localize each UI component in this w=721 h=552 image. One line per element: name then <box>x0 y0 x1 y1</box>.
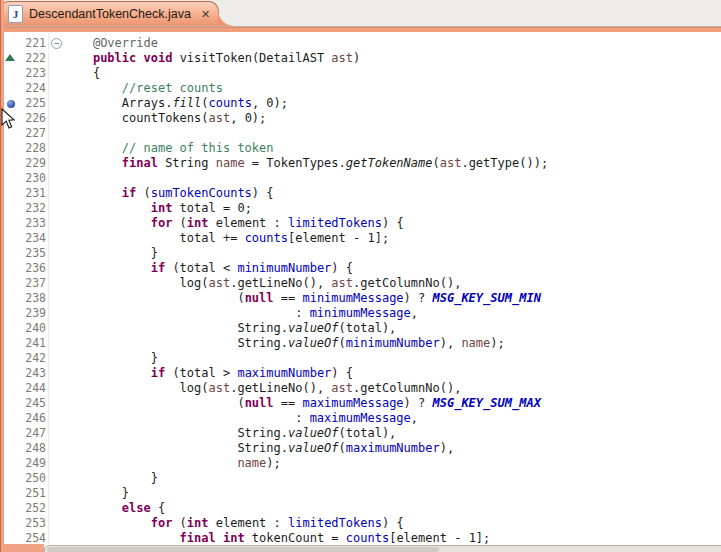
gutter-annotation[interactable] <box>4 426 18 441</box>
code-text[interactable]: int total = 0; <box>64 201 721 216</box>
code-text[interactable]: String.valueOf(minimumNumber), name); <box>64 336 721 351</box>
horizontal-scrollbar[interactable] <box>44 545 721 552</box>
code-text[interactable]: // name of this token <box>64 141 721 156</box>
gutter-annotation[interactable] <box>4 96 18 111</box>
code-text[interactable]: (null == minimumMessage) ? MSG_KEY_SUM_M… <box>64 291 721 306</box>
code-text[interactable]: (null == maximumMessage) ? MSG_KEY_SUM_M… <box>64 396 721 411</box>
code-text[interactable]: for (int element : limitedTokens) { <box>64 516 721 531</box>
code-line-253: 253 for (int element : limitedTokens) { <box>4 516 721 531</box>
gutter-annotation[interactable] <box>4 441 18 456</box>
code-text[interactable]: : maximumMessage, <box>64 411 721 426</box>
code-line-243: 243 if (total > maximumNumber) { <box>4 366 721 381</box>
horizontal-scrollbar-thumb[interactable] <box>47 547 439 552</box>
gutter-annotation[interactable] <box>4 126 18 141</box>
gutter-annotation[interactable] <box>4 306 18 321</box>
code-text[interactable]: if (total < minimumNumber) { <box>64 261 721 276</box>
line-number: 247 <box>18 426 46 441</box>
code-text[interactable]: String.valueOf(total), <box>64 321 721 336</box>
code-text[interactable]: else { <box>64 501 721 516</box>
code-text[interactable]: : minimumMessage, <box>64 306 721 321</box>
code-text[interactable]: } <box>64 471 721 486</box>
code-text[interactable]: name); <box>64 456 721 471</box>
code-text[interactable]: log(ast.getLineNo(), ast.getColumnNo(), <box>64 276 721 291</box>
gutter-annotation[interactable] <box>4 501 18 516</box>
gutter-annotation[interactable] <box>4 156 18 171</box>
code-text[interactable]: //reset counts <box>64 81 721 96</box>
code-text[interactable]: } <box>64 486 721 501</box>
code-text[interactable]: String.valueOf(total), <box>64 426 721 441</box>
line-number: 253 <box>18 516 46 531</box>
code-line-252: 252 else { <box>4 501 721 516</box>
code-text[interactable]: total += counts[element - 1]; <box>64 231 721 246</box>
code-editor[interactable]: 220221− @Override222 public void visitTo… <box>4 31 721 552</box>
code-text[interactable]: if (sumTokenCounts) { <box>64 186 721 201</box>
code-line-248: 248 String.valueOf(maximumNumber), <box>4 441 721 456</box>
tab-descendanttokencheck[interactable]: J DescendantTokenCheck.java ✕ <box>1 1 219 26</box>
gutter-annotation[interactable] <box>4 471 18 486</box>
gutter-annotation[interactable] <box>4 261 18 276</box>
code-text[interactable]: Arrays.fill(counts, 0); <box>64 96 721 111</box>
gutter-annotation[interactable] <box>4 336 18 351</box>
gutter-annotation[interactable] <box>4 456 18 471</box>
code-line-245: 245 (null == maximumMessage) ? MSG_KEY_S… <box>4 396 721 411</box>
code-line-221: 221− @Override <box>4 36 721 51</box>
line-number: 248 <box>18 441 46 456</box>
fold-column <box>48 276 64 291</box>
gutter-annotation[interactable] <box>4 51 18 66</box>
code-line-235: 235 } <box>4 246 721 261</box>
gutter-annotation[interactable] <box>4 366 18 381</box>
code-text[interactable]: final String name = TokenTypes.getTokenN… <box>64 156 721 171</box>
gutter-annotation[interactable] <box>4 141 18 156</box>
gutter-annotation[interactable] <box>4 171 18 186</box>
tab-close-icon[interactable]: ✕ <box>201 9 210 20</box>
breakpoint-icon[interactable] <box>7 100 15 108</box>
collapse-icon[interactable]: − <box>51 38 62 49</box>
fold-column <box>48 321 64 336</box>
gutter-annotation[interactable] <box>4 411 18 426</box>
code-line-229: 229 final String name = TokenTypes.getTo… <box>4 156 721 171</box>
fold-column <box>48 486 64 501</box>
code-text[interactable]: final int tokenCount = counts[element - … <box>64 531 721 546</box>
fold-column <box>48 501 64 516</box>
fold-column <box>48 66 64 81</box>
code-text[interactable] <box>64 126 721 141</box>
gutter-annotation[interactable] <box>4 186 18 201</box>
gutter-annotation[interactable] <box>4 516 18 531</box>
code-text[interactable]: log(ast.getLineNo(), ast.getColumnNo(), <box>64 381 721 396</box>
code-line-230: 230 <box>4 171 721 186</box>
fold-column <box>48 111 64 126</box>
gutter-annotation[interactable] <box>4 201 18 216</box>
gutter-annotation[interactable] <box>4 381 18 396</box>
code-text[interactable]: } <box>64 246 721 261</box>
code-text[interactable]: public void visitToken(DetailAST ast) <box>64 51 721 66</box>
gutter-annotation[interactable] <box>4 291 18 306</box>
code-text[interactable] <box>64 171 721 186</box>
code-text[interactable]: countTokens(ast, 0); <box>64 111 721 126</box>
gutter-annotation[interactable] <box>4 246 18 261</box>
code-text[interactable]: if (total > maximumNumber) { <box>64 366 721 381</box>
line-number: 233 <box>18 216 46 231</box>
gutter-annotation[interactable] <box>4 111 18 126</box>
editor-tab-bar: J DescendantTokenCheck.java ✕ <box>0 0 721 27</box>
line-number: 245 <box>18 396 46 411</box>
line-number: 246 <box>18 411 46 426</box>
gutter-annotation[interactable] <box>4 276 18 291</box>
gutter-annotation[interactable] <box>4 81 18 96</box>
code-text[interactable]: @Override <box>64 36 721 51</box>
code-text[interactable]: { <box>64 66 721 81</box>
gutter-annotation[interactable] <box>4 36 18 51</box>
gutter-annotation[interactable] <box>4 396 18 411</box>
gutter-annotation[interactable] <box>4 351 18 366</box>
code-text[interactable]: } <box>64 351 721 366</box>
gutter-annotation[interactable] <box>4 231 18 246</box>
code-line-234: 234 total += counts[element - 1]; <box>4 231 721 246</box>
gutter-annotation[interactable] <box>4 321 18 336</box>
code-line-254: 254 final int tokenCount = counts[elemen… <box>4 531 721 546</box>
gutter-annotation[interactable] <box>4 486 18 501</box>
fold-column <box>48 336 64 351</box>
code-text[interactable]: for (int element : limitedTokens) { <box>64 216 721 231</box>
code-text[interactable]: String.valueOf(maximumNumber), <box>64 441 721 456</box>
fold-column <box>48 216 64 231</box>
gutter-annotation[interactable] <box>4 66 18 81</box>
gutter-annotation[interactable] <box>4 216 18 231</box>
